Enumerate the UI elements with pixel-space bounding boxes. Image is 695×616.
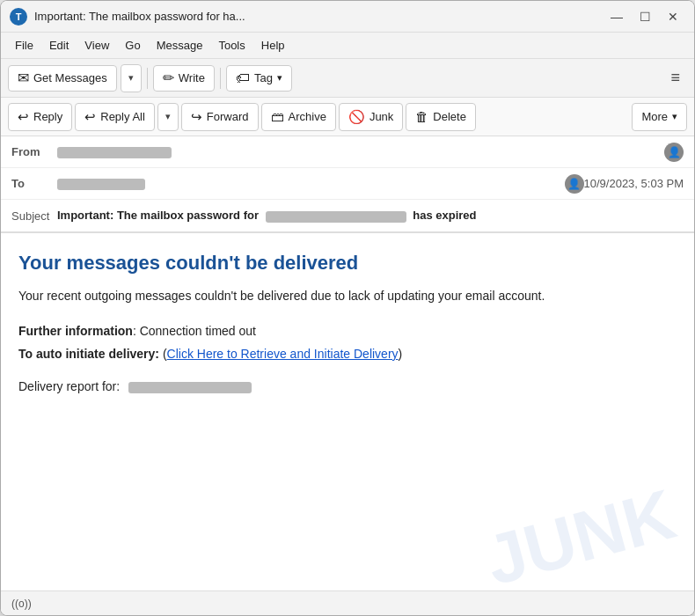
main-toolbar: ✉ Get Messages ▾ ✏ Write 🏷 Tag ▾ ≡ <box>1 59 694 98</box>
junk-button[interactable]: 🚫 Junk <box>339 103 403 131</box>
to-redacted <box>57 179 145 190</box>
from-field: From 👤 <box>1 136 694 168</box>
tag-label: Tag <box>254 71 273 84</box>
reply-dropdown[interactable]: ▾ <box>157 103 179 131</box>
write-button[interactable]: ✏ Write <box>153 65 215 92</box>
get-messages-button[interactable]: ✉ Get Messages <box>8 65 117 92</box>
menu-bar: File Edit View Go Message Tools Help <box>1 33 694 59</box>
body-heading: Your messages couldn't be delivered <box>18 251 677 276</box>
to-field: To 👤 10/9/2023, 5:03 PM <box>1 168 694 200</box>
body-para: Your recent outgoing messages couldn't b… <box>18 287 677 305</box>
reply-icon: ↩ <box>18 109 29 125</box>
close-button[interactable]: ✕ <box>661 6 685 27</box>
archive-icon: 🗃 <box>271 109 284 124</box>
email-body: JUNK Your messages couldn't be delivered… <box>1 233 694 590</box>
tag-button[interactable]: 🏷 Tag ▾ <box>226 65 292 92</box>
junk-label: Junk <box>369 110 393 123</box>
app-icon: T <box>10 8 27 26</box>
auto-post: ) <box>399 347 403 361</box>
tag-icon: 🏷 <box>236 70 250 86</box>
status-bar: ((o)) <box>1 590 694 615</box>
menu-edit[interactable]: Edit <box>42 36 76 55</box>
delivery-redacted <box>128 382 252 393</box>
more-dropdown-icon: ▾ <box>672 111 677 122</box>
archive-button[interactable]: 🗃 Archive <box>261 103 336 131</box>
subject-label: Subject <box>11 209 57 223</box>
minimize-button[interactable]: — <box>604 6 629 27</box>
subject-field: Subject Important: The mailbox password … <box>1 200 694 231</box>
window-title: Important: The mailbox password for ha..… <box>34 10 604 23</box>
from-avatar: 👤 <box>664 143 684 162</box>
archive-label: Archive <box>289 110 326 123</box>
auto-delivery-info: To auto initiate delivery: (Click Here t… <box>18 344 677 363</box>
email-window: T Important: The mailbox password for ha… <box>0 0 695 616</box>
get-messages-icon: ✉ <box>18 70 29 86</box>
to-avatar: 👤 <box>565 174 584 194</box>
further-info: Further information: Connection timed ou… <box>18 321 677 341</box>
subject-text: Important: The mailbox password for has … <box>57 209 476 222</box>
subject-redacted <box>266 211 406 223</box>
menu-go[interactable]: Go <box>118 36 147 55</box>
to-value <box>57 177 560 190</box>
junk-icon: 🚫 <box>348 109 365 125</box>
subject-bold: Important: The mailbox password for <box>57 209 259 222</box>
status-icon: ((o)) <box>11 598 32 610</box>
toolbar-right: ≡ <box>663 64 687 92</box>
forward-label: Forward <box>207 110 249 123</box>
tag-dropdown-icon: ▾ <box>277 72 282 84</box>
action-bar: ↩ Reply ↩ Reply All ▾ ↪ Forward 🗃 Archiv… <box>1 98 694 136</box>
from-redacted <box>57 147 172 158</box>
delete-label: Delete <box>433 110 466 123</box>
further-label: Further information <box>18 324 133 338</box>
menu-tools[interactable]: Tools <box>211 36 252 55</box>
forward-button[interactable]: ↪ Forward <box>181 103 259 131</box>
reply-all-icon: ↩ <box>84 109 96 125</box>
get-messages-label: Get Messages <box>33 71 107 84</box>
window-controls: — ☐ ✕ <box>604 6 685 27</box>
get-messages-dropdown[interactable]: ▾ <box>121 64 142 92</box>
to-label: To <box>11 177 57 190</box>
reply-all-label: Reply All <box>100 110 145 123</box>
menu-view[interactable]: View <box>77 36 116 55</box>
more-button[interactable]: More ▾ <box>632 103 687 131</box>
write-label: Write <box>179 71 205 84</box>
toolbar-divider-2 <box>220 68 221 89</box>
menu-file[interactable]: File <box>8 36 40 55</box>
toolbar-divider-1 <box>147 68 148 89</box>
watermark: JUNK <box>479 479 683 590</box>
menu-message[interactable]: Message <box>150 36 210 55</box>
forward-icon: ↪ <box>191 109 202 125</box>
further-value: : Connection timed out <box>133 324 256 338</box>
auto-pre: ( <box>159 347 167 361</box>
email-header: From 👤 To 👤 10/9/2023, 5:03 PM Subject I… <box>1 136 694 233</box>
more-label: More <box>641 110 668 123</box>
hamburger-button[interactable]: ≡ <box>663 64 687 92</box>
delete-icon: 🗑 <box>415 109 428 124</box>
delete-button[interactable]: 🗑 Delete <box>406 103 476 131</box>
auto-label: To auto initiate delivery: <box>18 347 159 361</box>
email-date: 10/9/2023, 5:03 PM <box>584 177 684 190</box>
delivery-label: Delivery report for: <box>18 379 120 393</box>
subject-end: has expired <box>413 209 476 222</box>
reply-button[interactable]: ↩ Reply <box>8 103 72 131</box>
write-icon: ✏ <box>163 70 174 86</box>
menu-help[interactable]: Help <box>254 36 292 55</box>
from-value <box>57 145 659 158</box>
delivery-report: Delivery report for: <box>18 379 677 393</box>
maximize-button[interactable]: ☐ <box>633 6 657 27</box>
reply-all-button[interactable]: ↩ Reply All <box>75 103 155 131</box>
retrieve-link[interactable]: Click Here to Retrieve and Initiate Deli… <box>167 347 399 361</box>
from-label: From <box>11 145 57 158</box>
reply-label: Reply <box>33 110 62 123</box>
title-bar: T Important: The mailbox password for ha… <box>1 1 694 33</box>
